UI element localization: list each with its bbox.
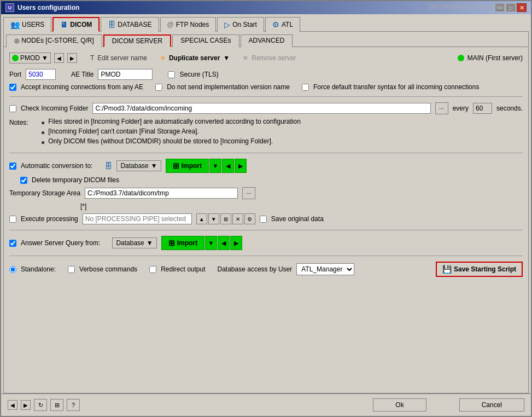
verbose-checkbox[interactable] (68, 266, 75, 273)
verbose-label: Verbose commands (79, 265, 137, 273)
force-transfer-label: Force default transfer syntax for all in… (313, 83, 479, 91)
edit-icon: T (90, 54, 94, 62)
tab-users[interactable]: 👥 USERS (3, 17, 51, 32)
save-original-label: Save original data (271, 215, 324, 223)
import-next-2[interactable]: ▶ (230, 236, 242, 250)
check-incoming-checkbox[interactable] (9, 105, 16, 112)
processing-remove-btn[interactable]: ✕ (232, 213, 243, 224)
divider3 (9, 230, 523, 230)
delete-temp-checkbox[interactable] (20, 177, 27, 184)
processing-pipe-input[interactable] (83, 213, 192, 224)
bottom-bar: ◀ ▶ ↻ ⊞ ? Ok Cancel (1, 393, 531, 416)
accept-incoming-checkbox[interactable] (9, 84, 16, 91)
remove-server-label: Remove server (252, 54, 296, 62)
tab-onstart[interactable]: ▷ On Start (217, 17, 264, 32)
divider1 (9, 96, 523, 97)
nav-next-btn[interactable]: ▶ (21, 400, 31, 410)
temp-storage-label: Temporary Storage Area (9, 189, 80, 197)
auto-conversion-checkbox[interactable] (9, 163, 16, 170)
conversion-target-select[interactable]: Database ▼ (116, 160, 161, 171)
incoming-folder-row: Check Incoming Folder ··· every seconds. (9, 102, 523, 114)
port-input[interactable] (26, 69, 56, 80)
processing-copy-btn[interactable]: ⊞ (220, 213, 231, 224)
processing-down-btn[interactable]: ▼ (208, 213, 219, 224)
close-btn[interactable]: ✕ (517, 3, 527, 12)
import-btn-conversion[interactable]: ⊞ Import (166, 159, 209, 173)
subtab-special[interactable]: SPECIAL CASEs (172, 34, 239, 47)
incoming-folder-input[interactable] (92, 103, 430, 114)
edit-server-label: Edit server name (97, 54, 147, 62)
auto-conversion-label: Automatic conversion to: (21, 162, 92, 170)
processing-up-btn[interactable]: ▲ (196, 213, 207, 224)
execute-processing-row: Execute processing ▲ ▼ ⊞ ✕ ⚙ Save origin… (9, 213, 523, 224)
save-script-btn[interactable]: 💾 Save Starting Script (436, 262, 523, 277)
bottom-section-row: Standalone: Verbose commands Redirect ou… (9, 262, 523, 277)
subtab-nodes[interactable]: ◎ NODEs [C-STORE, Q/R] (6, 34, 102, 47)
seconds-input[interactable] (473, 103, 492, 114)
import-next-1[interactable]: ▶ (235, 159, 247, 173)
settings-btn[interactable]: ⊞ (50, 399, 63, 411)
server-next-btn[interactable]: ▶ (67, 53, 77, 63)
answer-query-checkbox[interactable] (9, 240, 16, 247)
server-selector[interactable]: PMOD ▼ (9, 53, 51, 63)
tab-database[interactable]: 🗄 DATABASE (101, 17, 159, 32)
subtab-nodes-label: NODEs [C-STORE, Q/R] (21, 37, 93, 44)
subtab-advanced[interactable]: ADVANCED (241, 34, 293, 47)
maximize-btn[interactable]: □ (506, 3, 516, 12)
no-impl-checkbox[interactable] (155, 84, 162, 91)
tab-atl[interactable]: ⚙ ATL (265, 17, 300, 32)
conversion-target-label: Database (120, 162, 148, 170)
server-name: PMOD (20, 54, 40, 62)
import-dropdown-1[interactable]: ▼ (209, 159, 221, 173)
import-prev-2[interactable]: ◀ (218, 236, 230, 250)
main-window: U Users configuration ─ □ ✕ DICOM Client… (0, 0, 532, 417)
ok-btn[interactable]: Ok (373, 398, 426, 412)
dialog-buttons: Ok Cancel (373, 398, 524, 412)
nav-prev-btn[interactable]: ◀ (8, 400, 17, 410)
import-btn-query[interactable]: ⊞ Import (161, 236, 204, 250)
help-btn[interactable]: ? (67, 399, 80, 411)
browse-temp-btn[interactable]: ··· (242, 187, 255, 199)
import-label-1: Import (182, 162, 202, 170)
save-script-icon: 💾 (442, 265, 452, 274)
import-prev-1[interactable]: ◀ (222, 159, 234, 173)
force-transfer-checkbox[interactable] (302, 84, 309, 91)
tab-ftp[interactable]: @ FTP Nodes (160, 17, 217, 32)
import-icon-2: ⊞ (168, 239, 175, 247)
onstart-icon: ▷ (224, 20, 230, 29)
db-access-label: Database access by User (218, 265, 293, 273)
every-label: every (453, 105, 469, 112)
minimize-btn[interactable]: ─ (495, 3, 505, 12)
note-text-3: Only DICOM files (without DICOMDIR) shou… (48, 137, 273, 145)
cancel-btn[interactable]: Cancel (459, 398, 524, 412)
connection-options-row: Accept incoming connections from any AE … (9, 83, 523, 91)
browse-incoming-btn[interactable]: ··· (435, 102, 448, 114)
port-label: Port (9, 71, 21, 78)
save-original-checkbox[interactable] (260, 216, 267, 223)
server-dropdown-arrow: ▼ (42, 54, 48, 62)
refresh-btn[interactable]: ↻ (34, 399, 47, 411)
database-tab-icon: 🗄 (108, 20, 115, 29)
port-ae-row: Port AE Title Secure (TLS) (9, 69, 523, 80)
execute-processing-checkbox[interactable] (9, 216, 16, 223)
ae-title-input[interactable] (98, 69, 153, 80)
temp-marker-row: [*] (80, 202, 523, 210)
import-btn-group-2: ⊞ Import ▼ ◀ ▶ (161, 236, 242, 250)
processing-config-btn[interactable]: ⚙ (244, 213, 255, 224)
query-source-select[interactable]: Database ▼ (112, 238, 156, 248)
tab-dicom[interactable]: 🖥 DICOM (52, 17, 100, 32)
main-tabs-bar: 👥 USERS 🖥 DICOM 🗄 DATABASE @ FTP Nodes ▷… (1, 14, 531, 31)
server-prev-btn[interactable]: ◀ (54, 53, 64, 63)
secure-label: Secure (TLS) (179, 71, 218, 78)
note-text-2: [Incoming Folder] can't contain [Final S… (48, 128, 199, 135)
temp-storage-row: Temporary Storage Area ··· (9, 187, 523, 199)
import-dropdown-2[interactable]: ▼ (205, 236, 217, 250)
temp-storage-input[interactable] (85, 188, 238, 199)
db-user-select[interactable]: ATL_Manager (296, 263, 354, 275)
standalone-radio[interactable] (9, 266, 16, 273)
subtab-dicom-server[interactable]: DICOM SERVER (103, 34, 171, 47)
secure-checkbox[interactable] (168, 71, 175, 78)
users-icon: 👥 (10, 20, 20, 29)
redirect-checkbox[interactable] (149, 266, 156, 273)
tab-dicom-label: DICOM (70, 21, 92, 28)
